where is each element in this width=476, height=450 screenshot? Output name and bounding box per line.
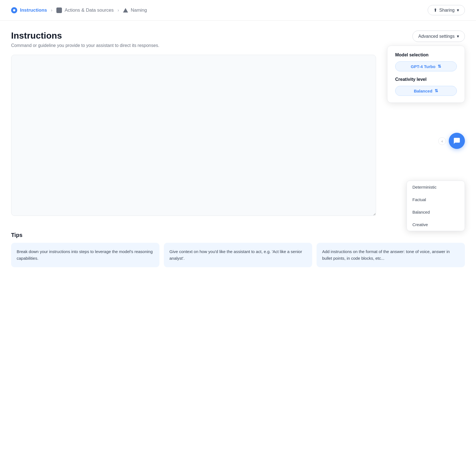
dropdown-item-deterministic[interactable]: Deterministic: [407, 181, 465, 193]
nav-right-area: ⬆ Sharing ▾: [428, 5, 465, 15]
creativity-selector-button[interactable]: Balanced ⇅: [395, 86, 457, 96]
instructions-step-icon: [11, 7, 17, 13]
page-title: Instructions: [11, 31, 465, 41]
dropdown-item-factual[interactable]: Factual: [407, 193, 465, 206]
naming-step-icon: [123, 8, 128, 12]
nav-chevron-1: ›: [51, 8, 52, 13]
model-value: GPT-4 Turbo: [411, 64, 435, 69]
dropdown-item-balanced[interactable]: Balanced: [407, 206, 465, 218]
model-section-label: Model selection: [395, 52, 457, 58]
sharing-upload-icon: ⬆: [434, 8, 437, 13]
nav-step-actions[interactable]: Actions & Data sources: [56, 8, 114, 13]
sidebar-collapse-button[interactable]: ‹: [438, 137, 446, 145]
main-content: Instructions Command or guideline you pr…: [0, 21, 476, 225]
model-selector-icon: ⇅: [438, 64, 441, 69]
actions-step-icon: [56, 8, 62, 13]
model-selector-button[interactable]: GPT-4 Turbo ⇅: [395, 61, 457, 71]
actions-step-label: Actions & Data sources: [65, 8, 114, 13]
advanced-settings-panel: Model selection GPT-4 Turbo ⇅ Creativity…: [387, 46, 465, 103]
tip-card-0: Break down your instructions into steps …: [11, 243, 159, 267]
creativity-selector-icon: ⇅: [435, 88, 438, 93]
naming-step-label: Naming: [131, 8, 147, 13]
tip-card-2: Add instructions on the format of the an…: [317, 243, 465, 267]
advanced-settings-chevron-icon: ▾: [457, 34, 459, 39]
instructions-step-label: Instructions: [20, 8, 47, 13]
top-navigation: Instructions › Actions & Data sources › …: [0, 0, 476, 21]
sharing-button[interactable]: ⬆ Sharing ▾: [428, 5, 465, 15]
nav-step-naming[interactable]: Naming: [123, 8, 147, 13]
advanced-settings-label: Advanced settings: [418, 34, 455, 39]
nav-chevron-2: ›: [117, 8, 119, 13]
creativity-dropdown: Deterministic Factual Balanced Creative: [407, 181, 465, 231]
advanced-settings-button[interactable]: Advanced settings ▾: [412, 31, 465, 42]
instructions-textarea[interactable]: [11, 55, 376, 216]
sharing-label: Sharing: [439, 8, 455, 13]
sharing-chevron-icon: ▾: [457, 8, 459, 13]
tips-section: Tips Break down your instructions into s…: [0, 225, 476, 278]
tip-card-1: Give context on how you'd like the assis…: [164, 243, 312, 267]
nav-step-instructions[interactable]: Instructions: [11, 7, 47, 13]
tips-grid: Break down your instructions into steps …: [11, 243, 465, 267]
chat-bubble-button[interactable]: [449, 133, 465, 149]
creativity-value: Balanced: [414, 89, 432, 93]
tip-text-1: Give context on how you'd like the assis…: [169, 249, 302, 261]
creativity-section-label: Creativity level: [395, 77, 457, 82]
chat-icon: [453, 137, 460, 144]
dropdown-item-creative[interactable]: Creative: [407, 218, 465, 231]
tip-text-0: Break down your instructions into steps …: [17, 249, 153, 261]
tips-title: Tips: [11, 232, 465, 238]
svg-point-0: [13, 9, 15, 11]
chevron-left-icon: ‹: [442, 139, 443, 143]
tip-text-2: Add instructions on the format of the an…: [322, 249, 450, 261]
